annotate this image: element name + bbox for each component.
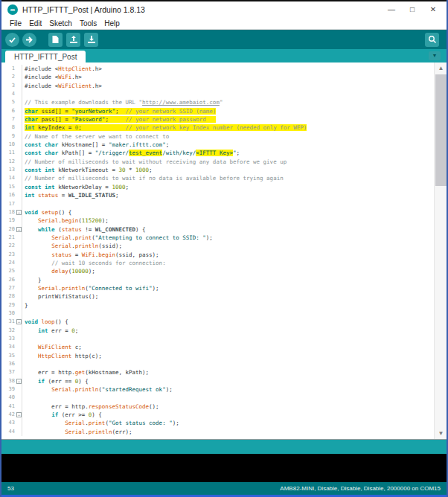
code-line: 24 // wait 10 seconds for connection: (1, 259, 434, 267)
scrollbar-thumb[interactable] (435, 74, 447, 186)
line-number: 6 (1, 107, 22, 115)
menu-tools[interactable]: Tools (76, 19, 100, 28)
line-number: 17 (1, 200, 22, 208)
menu-edit[interactable]: Edit (25, 19, 45, 28)
code-text: const char kHostname[] = "maker.ifttt.co… (22, 141, 434, 149)
code-line: 11const char kPath[] = "/trigger/test_ev… (1, 149, 434, 157)
code-line: 15const int kNetworkDelay = 1000; (1, 183, 434, 191)
code-text: Serial.println(err); (22, 428, 434, 436)
line-number: 2 (1, 73, 22, 81)
scroll-up-arrow-icon[interactable]: ▲ (435, 62, 447, 74)
code-line: 44 Serial.println(err); (1, 428, 434, 436)
close-button[interactable]: ✕ (423, 3, 444, 16)
minimize-button[interactable]: — (381, 3, 402, 16)
code-text: Serial.println("Connected to wifi"); (22, 284, 434, 292)
code-line: 31−void loop() { (1, 318, 434, 326)
code-text: // Number of milliseconds to wait if no … (22, 174, 434, 182)
code-line: 34 WiFiClient c; (1, 343, 434, 351)
title-bar: ∞ HTTP_IFTTT_Post | Arduino 1.8.13 — □ ✕ (1, 1, 447, 17)
fold-collapse-icon[interactable]: − (16, 412, 22, 417)
new-document-icon (51, 35, 60, 44)
vertical-scrollbar[interactable]: ▲ ▼ (434, 62, 447, 439)
code-line: 26 } (1, 276, 434, 284)
code-line: 1#include <HttpClient.h> (1, 65, 434, 73)
code-text: const int kNetworkDelay = 1000; (22, 183, 434, 191)
serial-monitor-button[interactable] (425, 33, 439, 47)
code-line: 7char pass[] = "Password"; // your netwo… (1, 115, 434, 124)
line-number: 38− (1, 377, 22, 385)
code-text: // This example downloads the URL "http:… (22, 98, 434, 106)
code-line: 16int status = WL_IDLE_STATUS; (1, 191, 434, 199)
code-text: char ssid[] = "yourNetwork"; // your net… (22, 107, 434, 115)
code-text: Serial.print("Attempting to connect to S… (22, 234, 434, 242)
line-number: 36 (1, 360, 22, 368)
fold-collapse-icon[interactable]: − (16, 227, 22, 232)
save-down-arrow-icon (87, 35, 96, 44)
code-line: 10const char kHostname[] = "maker.ifttt.… (1, 141, 434, 149)
code-line: 28 printWifiStatus(); (1, 292, 434, 301)
code-line: 14// Number of milliseconds to wait if n… (1, 174, 434, 182)
code-text: Serial.print("Got status code: "); (22, 419, 434, 427)
code-text: int err = 0; (22, 327, 434, 335)
code-line: 17 (1, 200, 434, 208)
code-text: delay(10000); (22, 267, 434, 275)
line-number: 4 (1, 90, 22, 98)
scroll-down-arrow-icon[interactable]: ▼ (435, 428, 447, 439)
code-text: Serial.println("startedRequest ok"); (22, 385, 434, 394)
code-line: 13const int kNetworkTimeout = 30 * 1000; (1, 166, 434, 174)
code-text: while (status != WL_CONNECTED) { (22, 225, 434, 234)
code-text: #include <HttpClient.h> (22, 65, 434, 73)
code-line: 38− if (err == 0) { (1, 377, 434, 385)
menu-help[interactable]: Help (100, 19, 124, 28)
code-line: 39 Serial.println("startedRequest ok"); (1, 385, 434, 394)
menu-file[interactable]: File (6, 19, 25, 28)
window-title: HTTP_IFTTT_Post | Arduino 1.8.13 (22, 5, 145, 14)
save-sketch-button[interactable] (84, 33, 98, 47)
code-line: 37 err = http.get(kHostname, kPath); (1, 368, 434, 376)
line-number: 27 (1, 284, 22, 292)
fold-collapse-icon[interactable]: − (16, 379, 22, 384)
code-line: 5// This example downloads the URL "http… (1, 98, 434, 106)
code-text: // Name of the server we want to connect… (22, 132, 434, 141)
code-line: 4 (1, 90, 434, 98)
line-number: 22 (1, 242, 22, 250)
code-line: 12// Number of milliseconds to wait with… (1, 158, 434, 166)
menu-bar: File Edit Sketch Tools Help (1, 17, 447, 30)
code-line: 43 Serial.print("Got status code: "); (1, 419, 434, 427)
code-text: WiFiClient c; (22, 343, 434, 351)
code-line: 8int keyIndex = 0; // your network key I… (1, 124, 434, 132)
code-area[interactable]: 1#include <HttpClient.h>2#include <WiFi.… (1, 62, 434, 439)
open-sketch-button[interactable] (66, 33, 80, 47)
verify-button[interactable] (5, 33, 19, 47)
line-number: 10 (1, 141, 22, 149)
line-number: 5 (1, 98, 22, 106)
code-text (22, 335, 434, 343)
maximize-button[interactable]: □ (402, 3, 423, 16)
line-number: 40 (1, 394, 22, 402)
line-number: 13 (1, 166, 22, 174)
code-text: void setup() { (22, 208, 434, 217)
code-text: } (22, 301, 434, 310)
code-text: printWifiStatus(); (22, 292, 434, 301)
code-line: 20− while (status != WL_CONNECTED) { (1, 225, 434, 234)
line-number: 23 (1, 251, 22, 259)
code-editor[interactable]: 1#include <HttpClient.h>2#include <WiFi.… (1, 62, 447, 439)
arduino-logo-icon: ∞ (7, 4, 18, 15)
line-number: 28 (1, 292, 22, 301)
code-line: 9// Name of the server we want to connec… (1, 132, 434, 141)
line-number: 37 (1, 368, 22, 376)
tab-list-dropdown[interactable]: ▼ (429, 51, 441, 60)
menu-sketch[interactable]: Sketch (45, 19, 76, 28)
fold-collapse-icon[interactable]: − (16, 210, 22, 215)
code-line: 35 HttpClient http(c); (1, 352, 434, 360)
code-text: status = WiFi.begin(ssid, pass); (22, 251, 434, 259)
line-number: 24 (1, 259, 22, 267)
line-number: 41 (1, 403, 22, 411)
open-up-arrow-icon (69, 35, 78, 44)
tab-http-ifttt-post[interactable]: HTTP_IFTTT_Post (5, 51, 86, 62)
code-text: err = http.get(kHostname, kPath); (22, 368, 434, 376)
upload-button[interactable] (22, 33, 36, 47)
new-sketch-button[interactable] (48, 33, 63, 47)
fold-collapse-icon[interactable]: − (16, 319, 22, 324)
line-number: 21 (1, 234, 22, 242)
